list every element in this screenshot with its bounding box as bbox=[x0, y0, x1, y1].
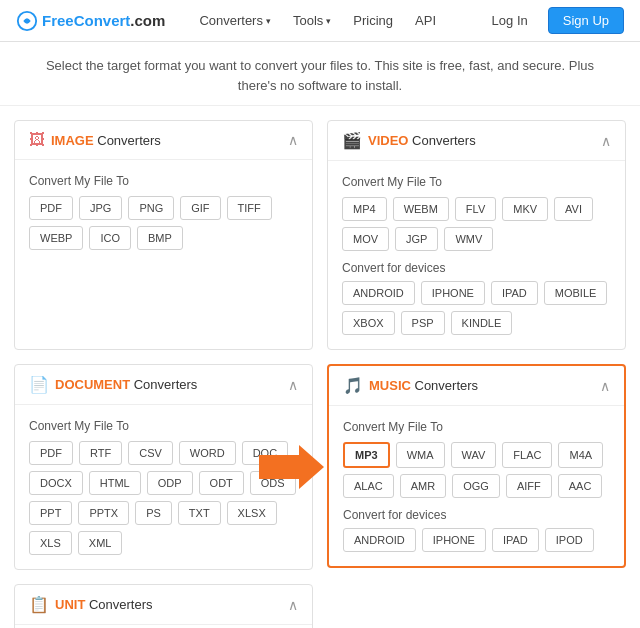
format-ogg[interactable]: OGG bbox=[452, 474, 500, 498]
format-tiff[interactable]: TIFF bbox=[227, 196, 272, 220]
format-amr[interactable]: AMR bbox=[400, 474, 446, 498]
video-card-body: Convert My File To MP4 WEBM FLV MKV AVI … bbox=[328, 161, 625, 349]
document-format-grid: PDF RTF CSV WORD DOC DOCX HTML ODP ODT O… bbox=[29, 441, 298, 555]
format-android[interactable]: ANDROID bbox=[343, 528, 416, 552]
login-button[interactable]: Log In bbox=[480, 8, 540, 33]
document-convert-label: Convert My File To bbox=[29, 419, 298, 433]
format-kindle[interactable]: KINDLE bbox=[451, 311, 513, 335]
format-ico[interactable]: ICO bbox=[89, 226, 131, 250]
video-converter-card: 🎬 VIDEO Converters ∧ Convert My File To … bbox=[327, 120, 626, 350]
image-collapse-button[interactable]: ∧ bbox=[288, 132, 298, 148]
video-card-title: 🎬 VIDEO Converters bbox=[342, 131, 476, 150]
format-pdf[interactable]: PDF bbox=[29, 196, 73, 220]
format-webm[interactable]: WEBM bbox=[393, 197, 449, 221]
format-docx[interactable]: DOCX bbox=[29, 471, 83, 495]
format-xbox[interactable]: XBOX bbox=[342, 311, 395, 335]
document-collapse-button[interactable]: ∧ bbox=[288, 377, 298, 393]
video-card-header: 🎬 VIDEO Converters ∧ bbox=[328, 121, 625, 161]
video-format-grid: MP4 WEBM FLV MKV AVI MOV JGP WMV bbox=[342, 197, 611, 251]
format-gif[interactable]: GIF bbox=[180, 196, 220, 220]
arrow-indicator bbox=[259, 445, 324, 489]
format-iphone[interactable]: IPHONE bbox=[421, 281, 485, 305]
format-xlsx[interactable]: XLSX bbox=[227, 501, 277, 525]
format-android[interactable]: ANDROID bbox=[342, 281, 415, 305]
svg-marker-1 bbox=[259, 445, 324, 489]
music-collapse-button[interactable]: ∧ bbox=[600, 378, 610, 394]
format-pdf[interactable]: PDF bbox=[29, 441, 73, 465]
nav-pricing[interactable]: Pricing bbox=[343, 9, 403, 32]
format-bmp[interactable]: BMP bbox=[137, 226, 183, 250]
video-device-label: Convert for devices bbox=[342, 261, 611, 275]
music-device-grid: ANDROID IPHONE IPAD IPOD bbox=[343, 528, 610, 552]
music-card-wrapper: 🎵 MUSIC Converters ∧ Convert My File To … bbox=[327, 364, 626, 570]
format-odt[interactable]: ODT bbox=[199, 471, 244, 495]
unit-card-header: 📋 UNIT Converters ∧ bbox=[15, 585, 312, 625]
format-iphone[interactable]: IPHONE bbox=[422, 528, 486, 552]
format-word[interactable]: WORD bbox=[179, 441, 236, 465]
logo[interactable]: FreeConvert.com bbox=[16, 10, 165, 32]
image-format-grid: PDF JPG PNG GIF TIFF WEBP ICO BMP bbox=[29, 196, 298, 250]
format-wmv[interactable]: WMV bbox=[444, 227, 493, 251]
navigation: FreeConvert.com Converters ▾ Tools ▾ Pri… bbox=[0, 0, 640, 42]
image-card-header: 🖼 IMAGE Converters ∧ bbox=[15, 121, 312, 160]
music-card-body: Convert My File To MP3 WMA WAV FLAC M4A … bbox=[329, 406, 624, 566]
format-flv[interactable]: FLV bbox=[455, 197, 496, 221]
video-collapse-button[interactable]: ∧ bbox=[601, 133, 611, 149]
signup-button[interactable]: Sign Up bbox=[548, 7, 624, 34]
format-ppt[interactable]: PPT bbox=[29, 501, 72, 525]
format-ps[interactable]: PS bbox=[135, 501, 172, 525]
nav-converters[interactable]: Converters ▾ bbox=[189, 9, 281, 32]
format-xls[interactable]: XLS bbox=[29, 531, 72, 555]
chevron-down-icon: ▾ bbox=[266, 16, 271, 26]
document-file-icon: 📄 bbox=[29, 375, 49, 394]
format-mkv[interactable]: MKV bbox=[502, 197, 548, 221]
video-convert-label: Convert My File To bbox=[342, 175, 611, 189]
format-aiff[interactable]: AIFF bbox=[506, 474, 552, 498]
format-mp4[interactable]: MP4 bbox=[342, 197, 387, 221]
image-file-icon: 🖼 bbox=[29, 131, 45, 149]
unit-card-title: 📋 UNIT Converters bbox=[29, 595, 153, 614]
format-ipad[interactable]: IPAD bbox=[492, 528, 539, 552]
format-xml[interactable]: XML bbox=[78, 531, 123, 555]
format-wav[interactable]: WAV bbox=[451, 442, 497, 468]
format-png[interactable]: PNG bbox=[128, 196, 174, 220]
page-subtitle: Select the target format you want to con… bbox=[0, 42, 640, 106]
format-ipod[interactable]: IPOD bbox=[545, 528, 594, 552]
music-format-grid: MP3 WMA WAV FLAC M4A ALAC AMR OGG AIFF A… bbox=[343, 442, 610, 498]
nav-api[interactable]: API bbox=[405, 9, 446, 32]
format-odp[interactable]: ODP bbox=[147, 471, 193, 495]
format-wma[interactable]: WMA bbox=[396, 442, 445, 468]
music-converter-card: 🎵 MUSIC Converters ∧ Convert My File To … bbox=[327, 364, 626, 568]
unit-collapse-button[interactable]: ∧ bbox=[288, 597, 298, 613]
format-csv[interactable]: CSV bbox=[128, 441, 173, 465]
unit-converter-card: 📋 UNIT Converters ∧ Convert to bbox=[14, 584, 313, 628]
format-mp3[interactable]: MP3 bbox=[343, 442, 390, 468]
format-html[interactable]: HTML bbox=[89, 471, 141, 495]
format-avi[interactable]: AVI bbox=[554, 197, 593, 221]
format-alac[interactable]: ALAC bbox=[343, 474, 394, 498]
music-convert-label: Convert My File To bbox=[343, 420, 610, 434]
format-mobile[interactable]: MOBILE bbox=[544, 281, 608, 305]
format-rtf[interactable]: RTF bbox=[79, 441, 122, 465]
format-psp[interactable]: PSP bbox=[401, 311, 445, 335]
format-m4a[interactable]: M4A bbox=[558, 442, 603, 468]
format-txt[interactable]: TXT bbox=[178, 501, 221, 525]
format-ipad[interactable]: IPAD bbox=[491, 281, 538, 305]
document-card-title: 📄 DOCUMENT Converters bbox=[29, 375, 197, 394]
format-mov[interactable]: MOV bbox=[342, 227, 389, 251]
unit-file-icon: 📋 bbox=[29, 595, 49, 614]
format-jpg[interactable]: JPG bbox=[79, 196, 122, 220]
format-webp[interactable]: WEBP bbox=[29, 226, 83, 250]
logo-icon bbox=[16, 10, 38, 32]
format-flac[interactable]: FLAC bbox=[502, 442, 552, 468]
document-card-header: 📄 DOCUMENT Converters ∧ bbox=[15, 365, 312, 405]
format-jgp[interactable]: JGP bbox=[395, 227, 438, 251]
nav-tools[interactable]: Tools ▾ bbox=[283, 9, 341, 32]
video-device-grid: ANDROID IPHONE IPAD MOBILE XBOX PSP KIND… bbox=[342, 281, 611, 335]
format-aac[interactable]: AAC bbox=[558, 474, 603, 498]
format-pptx[interactable]: PPTX bbox=[78, 501, 129, 525]
video-file-icon: 🎬 bbox=[342, 131, 362, 150]
nav-auth: Log In Sign Up bbox=[480, 7, 624, 34]
music-card-title: 🎵 MUSIC Converters bbox=[343, 376, 478, 395]
image-convert-label: Convert My File To bbox=[29, 174, 298, 188]
